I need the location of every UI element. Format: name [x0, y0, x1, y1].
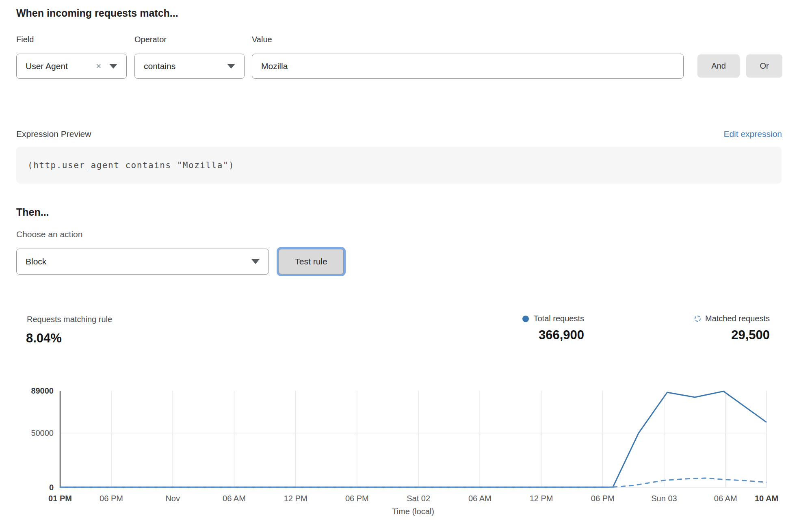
x-axis-tick-label: 06 AM: [468, 493, 492, 504]
x-axis-tick-label: 12 PM: [530, 493, 553, 504]
field-label: Field: [16, 35, 34, 44]
chevron-down-icon: [109, 64, 117, 69]
matched-requests-label: Matched requests: [705, 314, 770, 323]
match-heading: When incoming requests match...: [16, 7, 178, 19]
y-axis-tick-label: 89000: [0, 385, 54, 396]
chart-plot-area: [0, 385, 812, 526]
requests-chart: 8900050000001 PM06 PMNov06 AM12 PM06 PMS…: [0, 385, 812, 526]
matched-requests-value: 29,500: [695, 328, 770, 342]
clear-field-icon[interactable]: ×: [96, 61, 101, 71]
x-axis-tick-label: 12 PM: [284, 493, 307, 504]
matched-requests-stat: Matched requests 29,500: [695, 314, 770, 342]
x-axis-tick-label: Sun 03: [651, 493, 677, 504]
x-axis-tick-label: 06 PM: [345, 493, 369, 504]
x-axis-tick-label: Nov: [165, 493, 180, 504]
field-select-value: User Agent: [26, 61, 96, 71]
test-rule-button[interactable]: Test rule: [279, 249, 344, 274]
value-label: Value: [252, 35, 272, 44]
operator-select[interactable]: contains: [134, 54, 245, 79]
chevron-down-icon: [227, 64, 235, 69]
x-axis-tick-label: 06 AM: [223, 493, 246, 504]
x-axis-tick-label: Sat 02: [407, 493, 430, 504]
value-input[interactable]: [252, 54, 684, 79]
total-requests-label: Total requests: [533, 314, 584, 323]
field-select[interactable]: User Agent ×: [16, 54, 127, 79]
x-axis-tick-label: 06 PM: [100, 493, 123, 504]
y-axis-tick-label: 0: [0, 482, 54, 493]
matching-rule-value: 8.04%: [26, 331, 62, 346]
and-button[interactable]: And: [697, 54, 740, 78]
x-axis-tick-label: 06 AM: [714, 493, 737, 504]
chart-series-total: [60, 391, 767, 487]
expression-preview-label: Expression Preview: [16, 129, 91, 139]
total-requests-stat: Total requests 366,900: [522, 314, 584, 342]
matched-requests-legend-circle-icon: [695, 316, 701, 322]
chevron-down-icon: [251, 259, 260, 264]
action-select-value: Block: [26, 257, 251, 266]
chart-series-matched: [60, 478, 767, 487]
operator-select-value: contains: [144, 61, 227, 71]
then-heading: Then...: [16, 206, 49, 218]
total-requests-value: 366,900: [522, 328, 584, 342]
expression-code: (http.user_agent contains "Mozilla"): [28, 160, 234, 170]
or-button[interactable]: Or: [746, 54, 782, 78]
x-axis-tick-label: 01 PM: [48, 493, 72, 504]
matching-rule-label: Requests matching rule: [27, 315, 112, 324]
expression-code-box: (http.user_agent contains "Mozilla"): [16, 147, 782, 184]
operator-label: Operator: [134, 35, 167, 44]
chart-x-axis-title: Time (local): [392, 507, 434, 516]
edit-expression-link[interactable]: Edit expression: [723, 129, 782, 139]
x-axis-tick-label: 10 AM: [755, 493, 778, 504]
firewall-rule-editor: When incoming requests match... Field Op…: [0, 0, 812, 526]
total-requests-legend-dot-icon: [522, 316, 529, 322]
action-select[interactable]: Block: [16, 249, 269, 275]
choose-action-label: Choose an action: [16, 229, 82, 239]
x-axis-tick-label: 06 PM: [591, 493, 615, 504]
y-axis-tick-label: 50000: [0, 428, 54, 438]
